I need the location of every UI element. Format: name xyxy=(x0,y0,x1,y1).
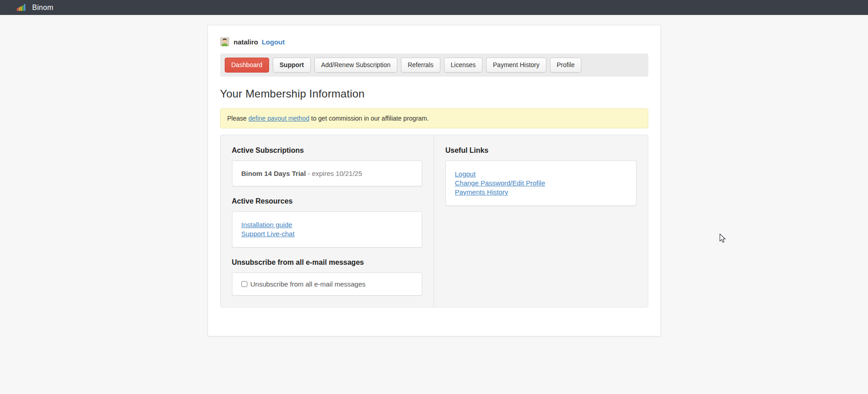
tab-referrals[interactable]: Referrals xyxy=(401,58,440,73)
tab-dashboard[interactable]: Dashboard xyxy=(225,58,270,73)
unsubscribe-checkbox-label: Unsubscribe from all e-mail messages xyxy=(251,280,366,288)
useful-links-title: Useful Links xyxy=(445,146,637,155)
panel-right-column: Useful Links Logout Change Password/Edit… xyxy=(434,135,648,307)
tab-payment-history[interactable]: Payment History xyxy=(486,58,546,73)
resources-box: Installation guide Support Live-chat xyxy=(232,211,423,248)
unsubscribe-checkbox[interactable] xyxy=(241,281,247,287)
page-title: Your Membership Information xyxy=(220,88,648,100)
active-subscriptions-title: Active Subscriptions xyxy=(232,146,423,155)
useful-link-payments-history[interactable]: Payments History xyxy=(455,188,627,197)
tab-licenses[interactable]: Licenses xyxy=(444,58,482,73)
subscription-name: Binom 14 Days Trial xyxy=(241,170,306,177)
alert-text-prefix: Please xyxy=(227,115,249,122)
useful-link-logout[interactable]: Logout xyxy=(455,170,627,179)
page: { "topbar": { "brand": "Binom" }, "user"… xyxy=(0,0,868,394)
membership-card: nataliro Logout Dashboard Support Add/Re… xyxy=(207,25,661,336)
tab-add-renew-subscription[interactable]: Add/Renew Subscription xyxy=(314,58,397,73)
useful-links-box: Logout Change Password/Edit Profile Paym… xyxy=(445,161,637,206)
bar-chart-icon xyxy=(17,4,26,11)
mouse-cursor xyxy=(718,233,727,245)
payout-alert: Please define payout method to get commi… xyxy=(220,108,648,128)
logout-link[interactable]: Logout xyxy=(262,38,285,46)
tab-bar: Dashboard Support Add/Renew Subscription… xyxy=(220,54,648,77)
unsubscribe-option[interactable]: Unsubscribe from all e-mail messages xyxy=(241,280,413,288)
unsubscribe-box: Unsubscribe from all e-mail messages xyxy=(232,272,423,296)
active-resources-title: Active Resources xyxy=(232,197,423,205)
installation-guide-link[interactable]: Installation guide xyxy=(241,220,413,229)
membership-panel: Active Subscriptions Binom 14 Days Trial… xyxy=(220,135,648,307)
tab-support[interactable]: Support xyxy=(273,58,311,73)
username: nataliro xyxy=(234,38,258,46)
avatar xyxy=(220,37,229,46)
define-payout-method-link[interactable]: define payout method xyxy=(248,115,309,122)
tab-profile[interactable]: Profile xyxy=(550,58,582,73)
support-live-chat-link[interactable]: Support Live-chat xyxy=(241,229,413,238)
brand-name: Binom xyxy=(32,4,53,12)
alert-text-suffix: to get commission in our affiliate progr… xyxy=(309,115,429,122)
useful-link-change-password[interactable]: Change Password/Edit Profile xyxy=(455,179,627,188)
subscription-expiry: - expires 10/21/25 xyxy=(306,170,362,177)
top-bar: Binom xyxy=(0,0,868,15)
user-row: nataliro Logout xyxy=(220,37,648,46)
unsubscribe-title: Unsubscribe from all e-mail messages xyxy=(232,258,423,267)
subscription-box: Binom 14 Days Trial - expires 10/21/25 xyxy=(232,161,423,186)
panel-left-column: Active Subscriptions Binom 14 Days Trial… xyxy=(221,135,434,307)
